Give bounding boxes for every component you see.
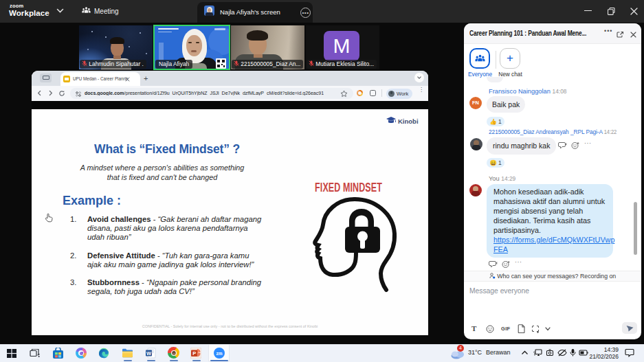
svg-text:W: W	[146, 350, 152, 357]
svg-text:zm: zm	[216, 351, 222, 356]
svg-text:P: P	[192, 350, 196, 357]
